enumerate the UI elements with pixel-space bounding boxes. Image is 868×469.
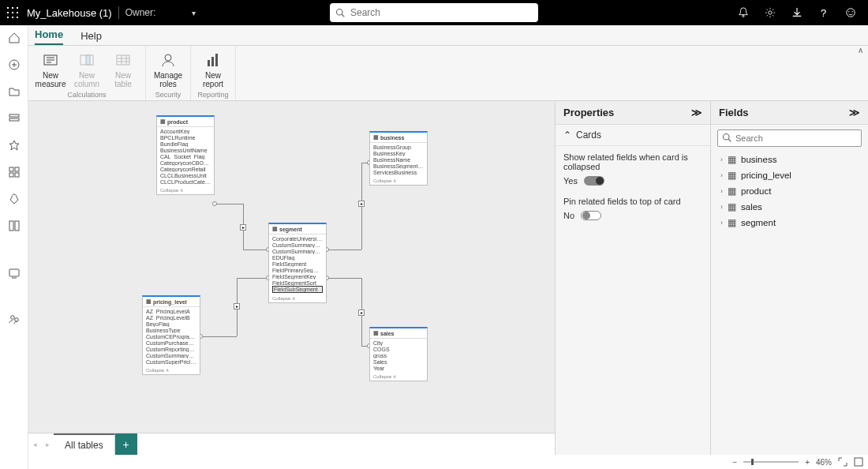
rail-apps-icon[interactable] — [6, 164, 22, 180]
new-measure-button[interactable]: New measure — [33, 49, 68, 90]
field-row[interactable]: BusinessType — [146, 327, 196, 333]
field-table-segment[interactable]: ›▦segment — [711, 215, 868, 231]
field-table-business[interactable]: ›▦business — [711, 152, 868, 167]
table-icon: ▦ — [728, 170, 736, 181]
new-column-label: New column — [69, 71, 104, 88]
field-row[interactable]: Sales — [373, 358, 424, 365]
field-row[interactable]: CLCLBusinessUnit — [160, 172, 211, 178]
field-table-sales[interactable]: ›▦sales — [711, 199, 868, 215]
table-card-product[interactable]: ▦product AccountKey BPCLRuntime BundleFl… — [156, 115, 215, 195]
field-row[interactable]: ServicesBusiness — [373, 169, 424, 175]
field-row[interactable]: Year — [373, 365, 424, 371]
download-icon[interactable] — [791, 6, 803, 19]
field-row-selected[interactable]: FieldSubSegment — [272, 286, 323, 293]
zoom-out-button[interactable]: − — [732, 458, 737, 467]
manage-roles-button[interactable]: Manage roles — [151, 49, 185, 90]
fit-to-page-icon[interactable] — [838, 457, 847, 467]
card-collapse[interactable]: Collapse ∧ — [157, 186, 214, 194]
field-row[interactable]: CLCLProductCatecolmodinServices — [160, 178, 211, 185]
field-row[interactable]: CustomReportingSummaryPuFo — [146, 346, 196, 352]
field-row[interactable]: BPCLRuntime — [160, 134, 211, 141]
field-row[interactable]: COGS — [373, 346, 424, 352]
zoom-in-button[interactable]: + — [805, 458, 810, 467]
card-collapse[interactable]: Collapse ∧ — [370, 372, 427, 381]
field-row[interactable]: City — [373, 340, 424, 346]
rail-learn-icon[interactable] — [6, 218, 22, 234]
field-row[interactable]: CustomSummaryPurchaseType — [146, 352, 196, 358]
settings-icon[interactable] — [764, 6, 776, 19]
table-card-sales[interactable]: ▦sales City COGS gross Sales Year Collap… — [369, 327, 428, 381]
field-row[interactable]: BeyoFlag — [146, 321, 196, 327]
rail-metrics-icon[interactable] — [6, 137, 22, 153]
rail-deploy-icon[interactable] — [6, 191, 22, 207]
chevron-up-icon: ⌃ — [563, 129, 571, 141]
tab-prev-icon[interactable]: ◂ — [28, 433, 41, 455]
table-card-pricing-level[interactable]: ▦pricing_level AZ_PricingLevelA AZ_Prici… — [142, 295, 200, 375]
prop-pin-related-label: Pin related fields to top of card — [563, 197, 702, 206]
field-row[interactable]: CategoryconCBOFileId — [160, 159, 211, 166]
show-related-toggle[interactable] — [584, 176, 604, 186]
rail-browse-icon[interactable] — [6, 84, 22, 99]
field-row[interactable]: FieldSegmentSort — [272, 280, 323, 286]
table-card-business[interactable]: ▦business BusinessGroup BusinessKey Busi… — [369, 131, 428, 186]
global-search-input[interactable] — [330, 3, 538, 22]
field-row[interactable]: CategoryconRetail — [160, 166, 211, 172]
zoom-slider[interactable] — [743, 461, 799, 463]
rail-onelake-icon[interactable] — [6, 111, 22, 126]
field-row[interactable]: CustomSuperPricingLevel — [146, 358, 196, 365]
app-launcher-icon[interactable] — [0, 0, 25, 25]
notifications-icon[interactable] — [737, 6, 750, 19]
field-row[interactable]: CAL_Socket_Flag — [160, 153, 211, 159]
field-row[interactable]: CustomSummarySegment — [272, 248, 323, 254]
field-row[interactable]: CustomSummarySector — [272, 242, 323, 248]
svg-text:?: ? — [821, 7, 826, 18]
pin-related-toggle[interactable] — [581, 211, 601, 220]
field-row[interactable]: CustomPurchaseType — [146, 340, 196, 346]
fields-collapse-icon[interactable]: ≫ — [849, 107, 860, 118]
field-row[interactable]: EDUFlag — [272, 254, 323, 261]
tab-next-icon[interactable]: ▸ — [41, 433, 54, 455]
field-label: segment — [741, 218, 776, 227]
field-table-product[interactable]: ›▦product — [711, 183, 868, 199]
fields-search-input[interactable] — [717, 129, 862, 147]
field-row[interactable]: BusinessGroup — [373, 144, 424, 150]
layout-tab-all-tables[interactable]: All tables — [54, 433, 115, 455]
field-row[interactable]: AZ_PricingLevelA — [146, 308, 196, 314]
owner-dropdown-icon[interactable]: ▾ — [192, 9, 196, 17]
field-row[interactable]: BusinessName — [373, 156, 424, 163]
properties-cards-section[interactable]: ⌃ Cards — [556, 125, 710, 146]
tab-help[interactable]: Help — [80, 27, 102, 45]
field-row[interactable]: CustomCEProgramType — [146, 333, 196, 340]
field-table-pricing-level[interactable]: ›▦pricing_level — [711, 167, 868, 183]
rail-workspaces-icon[interactable] — [6, 265, 22, 281]
field-row[interactable]: BundleFlag — [160, 141, 211, 147]
field-row[interactable]: AZ_PricingLevelB — [146, 314, 196, 321]
table-card-segment[interactable]: ▦segment CorporateUniversityFlag CustomS… — [268, 223, 327, 303]
card-collapse[interactable]: Collapse ∧ — [370, 176, 427, 185]
field-row[interactable]: FieldPrimarySegment — [272, 267, 323, 273]
fullscreen-icon[interactable] — [854, 457, 863, 467]
field-row[interactable]: gross — [373, 352, 424, 358]
card-collapse[interactable]: Collapse ∧ — [269, 294, 326, 302]
card-collapse[interactable]: Collapse ∧ — [143, 366, 200, 374]
field-row[interactable]: FieldSegmentKey — [272, 273, 323, 280]
svg-rect-9 — [9, 114, 19, 117]
add-layout-button[interactable]: + — [115, 433, 137, 455]
help-icon[interactable]: ? — [817, 6, 830, 19]
rail-home-icon[interactable] — [6, 30, 22, 46]
model-canvas[interactable]: ▸ ▸ ▸ ▸ ▦product AccountKey BPCLRuntime … — [28, 101, 555, 433]
field-row[interactable]: CorporateUniversityFlag — [272, 235, 323, 242]
feedback-icon[interactable] — [844, 6, 857, 19]
ribbon-collapse-icon[interactable]: ∧ — [858, 46, 863, 54]
properties-collapse-icon[interactable]: ≫ — [691, 107, 702, 118]
card-title: business — [380, 135, 404, 141]
field-row[interactable]: BusinessKey — [373, 150, 424, 156]
field-row[interactable]: BusinessSegmentName — [373, 163, 424, 169]
field-row[interactable]: AccountKey — [160, 128, 211, 134]
tab-home[interactable]: Home — [35, 25, 63, 45]
field-row[interactable]: BusinessUnitName — [160, 147, 211, 153]
rail-create-icon[interactable] — [6, 57, 22, 73]
new-report-button[interactable]: New report — [196, 49, 230, 90]
rail-workspace-icon[interactable] — [6, 311, 22, 327]
field-row[interactable]: FieldSegment — [272, 261, 323, 267]
